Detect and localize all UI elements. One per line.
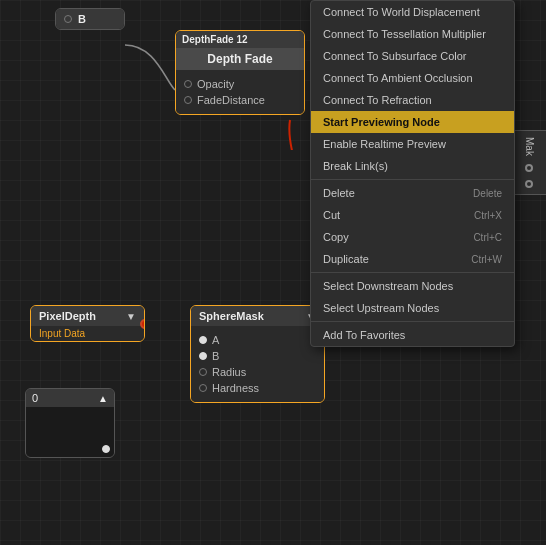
a-label: A: [212, 334, 219, 346]
depth-fade-id: DepthFade 12: [176, 31, 304, 48]
menu-item-enable-realtime[interactable]: Enable Realtime Preview: [311, 133, 514, 155]
menu-item-0[interactable]: Connect To World Displacement: [311, 1, 514, 23]
zero-header: 0 ▲: [26, 389, 114, 407]
b-node[interactable]: B: [55, 8, 125, 30]
pixel-depth-arrow: ▼: [126, 311, 136, 322]
menu-item-3[interactable]: Connect To Ambient Occlusion: [311, 67, 514, 89]
menu-item-favorites[interactable]: Add To Favorites: [311, 324, 514, 346]
sphere-mask-body: A B Radius Hardness: [191, 326, 324, 402]
menu-item-3-label: Connect To Ambient Occlusion: [323, 72, 473, 84]
opacity-label: Opacity: [197, 78, 234, 90]
b-dot: [199, 352, 207, 360]
separator-3: [311, 321, 514, 322]
menu-item-2[interactable]: Connect To Subsurface Color: [311, 45, 514, 67]
menu-item-14-label: Add To Favorites: [323, 329, 405, 341]
menu-item-13-label: Select Upstream Nodes: [323, 302, 439, 314]
depth-fade-node[interactable]: DepthFade 12 Depth Fade Opacity FadeDist…: [175, 30, 305, 115]
b-node-dot: [64, 15, 72, 23]
sphere-mask-radius-row: Radius: [199, 364, 316, 380]
menu-item-0-label: Connect To World Displacement: [323, 6, 480, 18]
a-dot: [199, 336, 207, 344]
zero-body: [26, 407, 114, 457]
sphere-mask-label: SphereMask: [199, 310, 264, 322]
separator-1: [311, 179, 514, 180]
hardness-label: Hardness: [212, 382, 259, 394]
sphere-mask-b-row: B: [199, 348, 316, 364]
menu-item-7-label: Break Link(s): [323, 160, 388, 172]
menu-item-10-label: Copy: [323, 231, 349, 243]
context-menu: Connect To World Displacement Connect To…: [310, 0, 515, 347]
menu-item-6-label: Enable Realtime Preview: [323, 138, 446, 150]
pixel-depth-header: PixelDepth ▼: [31, 306, 144, 326]
zero-connector-dot: [102, 445, 110, 453]
menu-item-1-label: Connect To Tessellation Multiplier: [323, 28, 486, 40]
make-node: Mak: [511, 130, 546, 195]
sphere-mask-a-row: A: [199, 332, 316, 348]
menu-item-12-label: Select Downstream Nodes: [323, 280, 453, 292]
zero-label: 0: [32, 392, 38, 404]
pixel-depth-label: PixelDepth: [39, 310, 96, 322]
menu-item-copy[interactable]: Copy Ctrl+C: [311, 226, 514, 248]
menu-item-9-label: Cut: [323, 209, 340, 221]
pixel-depth-node[interactable]: PixelDepth ▼ Input Data: [30, 305, 145, 342]
menu-item-duplicate[interactable]: Duplicate Ctrl+W: [311, 248, 514, 270]
menu-item-downstream[interactable]: Select Downstream Nodes: [311, 275, 514, 297]
menu-item-cut[interactable]: Cut Ctrl+X: [311, 204, 514, 226]
menu-item-8-shortcut: Delete: [473, 188, 502, 199]
opacity-dot: [184, 80, 192, 88]
depth-fade-title: Depth Fade: [176, 48, 304, 70]
sphere-mask-header: SphereMask ▼: [191, 306, 324, 326]
zero-node[interactable]: 0 ▲: [25, 388, 115, 458]
separator-2: [311, 272, 514, 273]
make-dot-2: [525, 180, 533, 188]
menu-item-10-shortcut: Ctrl+C: [473, 232, 502, 243]
menu-item-11-shortcut: Ctrl+W: [471, 254, 502, 265]
menu-item-8-label: Delete: [323, 187, 355, 199]
depth-fade-body: Opacity FadeDistance: [176, 70, 304, 114]
menu-item-9-shortcut: Ctrl+X: [474, 210, 502, 221]
b-node-label: B: [78, 13, 86, 25]
pixel-depth-connector: [140, 319, 145, 329]
depth-fade-opacity-row: Opacity: [184, 76, 296, 92]
menu-item-4[interactable]: Connect To Refraction: [311, 89, 514, 111]
radius-label: Radius: [212, 366, 246, 378]
menu-item-delete[interactable]: Delete Delete: [311, 182, 514, 204]
menu-item-4-label: Connect To Refraction: [323, 94, 432, 106]
radius-dot: [199, 368, 207, 376]
menu-item-upstream[interactable]: Select Upstream Nodes: [311, 297, 514, 319]
b-label: B: [212, 350, 219, 362]
sphere-mask-hardness-row: Hardness: [199, 380, 316, 396]
menu-item-break-link[interactable]: Break Link(s): [311, 155, 514, 177]
hardness-dot: [199, 384, 207, 392]
menu-item-start-previewing[interactable]: Start Previewing Node: [311, 111, 514, 133]
depth-fade-distance-row: FadeDistance: [184, 92, 296, 108]
pixel-depth-sub: Input Data: [31, 326, 144, 341]
menu-item-1[interactable]: Connect To Tessellation Multiplier: [311, 23, 514, 45]
b-node-header: B: [56, 9, 124, 29]
sphere-mask-node[interactable]: SphereMask ▼ A B Radius Hardness: [190, 305, 325, 403]
menu-item-11-label: Duplicate: [323, 253, 369, 265]
make-dot-1: [525, 164, 533, 172]
depth-fade-id-label: DepthFade 12: [182, 34, 248, 45]
menu-item-5-label: Start Previewing Node: [323, 116, 440, 128]
make-label: Mak: [524, 137, 535, 156]
menu-item-2-label: Connect To Subsurface Color: [323, 50, 467, 62]
zero-arrow: ▲: [98, 393, 108, 404]
fade-distance-label: FadeDistance: [197, 94, 265, 106]
fade-distance-dot: [184, 96, 192, 104]
